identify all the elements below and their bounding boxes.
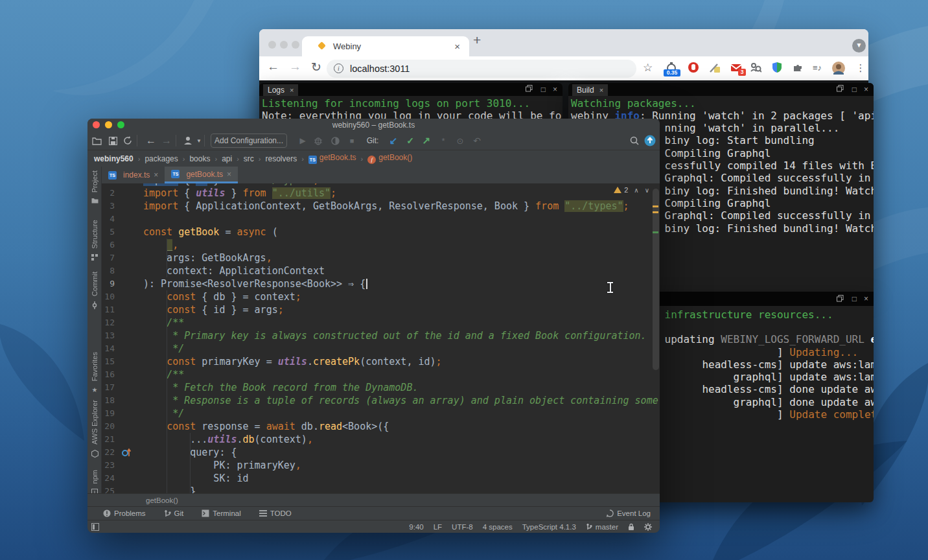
close-icon[interactable]: × <box>864 85 868 94</box>
reload-button[interactable]: ↻ <box>311 60 321 75</box>
line-number: 16 <box>102 368 115 381</box>
search-everywhere-icon[interactable] <box>628 131 641 150</box>
git-cherrypick-icon[interactable]: * <box>437 131 450 150</box>
editor-scrollbar[interactable] <box>653 189 659 370</box>
forward-arrow-icon[interactable]: → <box>160 131 173 150</box>
git-update-icon[interactable]: ↙ <box>387 131 400 150</box>
close-icon[interactable]: × <box>553 85 557 94</box>
colorpicker-extension-icon[interactable] <box>709 62 722 75</box>
breadcrumb-item-function[interactable]: fgetBook() <box>367 153 412 164</box>
prev-warning-icon[interactable]: ∧ <box>634 187 638 194</box>
tab-close-icon[interactable]: × <box>454 36 460 56</box>
git-commit-check-icon[interactable]: ✓ <box>404 131 417 150</box>
maximize-icon[interactable]: □ <box>541 85 546 94</box>
sidebar-item-npm[interactable]: npm <box>87 470 102 495</box>
breadcrumb-item[interactable]: api <box>222 154 232 163</box>
tab-close-icon[interactable]: × <box>290 86 294 94</box>
tab-close-icon[interactable]: × <box>599 86 603 94</box>
run-gutter-icon[interactable] <box>121 447 132 458</box>
toolwindow-terminal[interactable]: Terminal <box>202 509 240 517</box>
tab-close-icon[interactable]: × <box>227 170 231 179</box>
sidebar-item-favorites[interactable]: Favorites ★ <box>87 352 102 393</box>
sidebar-item-structure[interactable]: Structure <box>87 220 102 261</box>
editor-tab-index-ts[interactable]: TS index.ts× <box>102 167 165 183</box>
sidebar-item-aws-explorer[interactable]: AWS Explorer <box>87 400 102 458</box>
warning-stripe-mark[interactable] <box>653 205 658 207</box>
forward-button[interactable]: → <box>289 60 301 74</box>
back-arrow-icon[interactable]: ← <box>145 131 157 150</box>
debug-bug-icon[interactable] <box>312 131 325 150</box>
session-extension-icon[interactable] <box>750 62 763 75</box>
breadcrumb-item[interactable]: webiny560 <box>94 154 133 163</box>
extensions-puzzle-icon[interactable] <box>792 62 805 75</box>
playlist-extension-icon[interactable]: ≡♪ <box>811 62 824 75</box>
typescript-version[interactable]: TypeScript 4.1.3 <box>522 523 576 531</box>
window-close-button[interactable] <box>268 41 276 49</box>
breadcrumb-item-file[interactable]: TSgetBook.ts <box>308 153 356 164</box>
tab-strip-chevron-icon[interactable]: ▼ <box>852 39 866 52</box>
window-zoom-button[interactable] <box>292 41 299 49</box>
editor-tab-getbook-ts[interactable]: TS getBook.ts× <box>165 167 238 183</box>
toolwindow-git[interactable]: Git <box>164 509 184 517</box>
warning-stripe-mark[interactable] <box>653 211 658 213</box>
logs-terminal-tab[interactable]: Logs× <box>263 84 298 96</box>
sidebar-item-commit[interactable]: Commit <box>87 272 102 309</box>
profiler-icon[interactable] <box>329 131 342 150</box>
run-icon[interactable]: ▶ <box>296 131 309 150</box>
site-info-icon[interactable]: i <box>334 64 343 73</box>
sync-icon[interactable] <box>121 131 134 150</box>
stop-icon[interactable]: ■ <box>345 131 358 150</box>
chevron-down-icon[interactable]: ▼ <box>192 131 205 150</box>
new-tab-button[interactable]: + <box>473 32 481 48</box>
address-bar[interactable]: i localhost:3011 <box>327 60 636 78</box>
toolwindow-todo[interactable]: TODO <box>259 509 292 517</box>
bookmark-star-icon[interactable]: ☆ <box>643 61 653 75</box>
event-log-button[interactable]: Event Log <box>606 509 651 517</box>
sidebar-item-project[interactable]: Project <box>87 170 102 204</box>
save-icon[interactable] <box>106 131 119 150</box>
caret-position[interactable]: 9:40 <box>409 523 423 531</box>
gear-icon[interactable] <box>644 523 652 531</box>
window-close-button[interactable] <box>93 121 100 128</box>
back-button[interactable]: ← <box>267 60 279 74</box>
encoding[interactable]: UTF-8 <box>452 523 473 531</box>
rollback-icon[interactable]: ↶ <box>470 131 483 150</box>
git-branch-widget[interactable]: master <box>586 523 618 531</box>
lock-icon[interactable] <box>628 523 634 531</box>
open-folder-icon[interactable] <box>90 131 103 150</box>
breadcrumb-item[interactable]: books <box>189 154 210 163</box>
browser-menu-icon[interactable]: ⋮ <box>854 62 867 75</box>
history-clock-icon[interactable]: ⊙ <box>454 131 467 150</box>
toolwindow-toggle-icon[interactable] <box>91 523 99 531</box>
restore-icon[interactable] <box>837 85 844 92</box>
next-warning-icon[interactable]: ∨ <box>645 187 649 194</box>
git-push-icon[interactable]: ↗ <box>420 131 433 150</box>
indent-setting[interactable]: 4 spaces <box>483 523 513 531</box>
fold-icon[interactable] <box>120 290 128 303</box>
breadcrumb-item[interactable]: resolvers <box>265 154 297 163</box>
maximize-icon[interactable]: □ <box>852 294 857 303</box>
tab-close-icon[interactable]: × <box>154 170 158 180</box>
add-configuration-button[interactable]: Add Configuration... <box>211 134 287 148</box>
code-editor[interactable]: import { db } from "../types";2import { … <box>102 183 660 493</box>
browser-tab[interactable]: Webiny × <box>302 36 469 56</box>
window-minimize-button[interactable] <box>280 41 288 49</box>
line-ending[interactable]: LF <box>434 523 442 531</box>
window-zoom-button[interactable] <box>117 121 124 128</box>
breadcrumb-function[interactable]: getBook() <box>146 494 178 507</box>
maximize-icon[interactable]: □ <box>852 85 857 94</box>
build-terminal-tab[interactable]: Build× <box>572 84 608 96</box>
restore-icon[interactable] <box>526 85 533 92</box>
adblock-extension-icon[interactable] <box>688 62 701 75</box>
close-icon[interactable]: × <box>864 294 868 303</box>
breadcrumb-item[interactable]: packages <box>145 154 178 163</box>
ide-update-icon[interactable] <box>644 131 656 150</box>
restore-icon[interactable] <box>837 295 844 302</box>
toolwindow-problems[interactable]: Problems <box>103 509 146 517</box>
inspection-widget[interactable]: 2 ∧ ∨ <box>614 185 649 195</box>
shield-extension-icon[interactable] <box>771 62 784 75</box>
profile-avatar[interactable] <box>832 62 845 75</box>
window-minimize-button[interactable] <box>105 121 112 128</box>
url-text[interactable]: localhost:3011 <box>350 60 410 78</box>
breadcrumb-item[interactable]: src <box>244 154 254 163</box>
